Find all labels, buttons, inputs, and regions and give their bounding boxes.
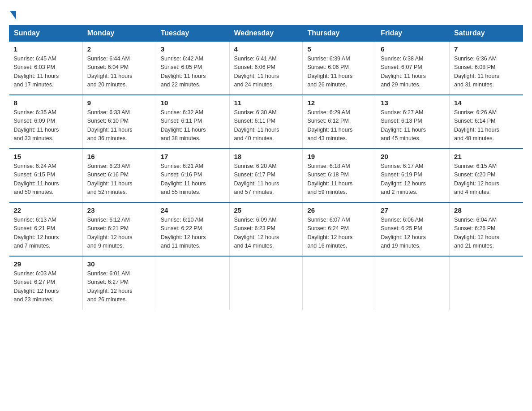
- day-info: Sunrise: 6:03 AMSunset: 6:27 PMDaylight:…: [14, 270, 78, 304]
- calendar-table: SundayMondayTuesdayWednesdayThursdayFrid…: [9, 25, 523, 310]
- day-info: Sunrise: 6:45 AMSunset: 6:03 PMDaylight:…: [14, 55, 78, 90]
- day-number: 8: [14, 99, 78, 107]
- calendar-cell: 12Sunrise: 6:29 AMSunset: 6:12 PMDayligh…: [303, 95, 376, 149]
- calendar-cell: 26Sunrise: 6:07 AMSunset: 6:24 PMDayligh…: [303, 202, 376, 256]
- calendar-cell: 22Sunrise: 6:13 AMSunset: 6:21 PMDayligh…: [9, 202, 83, 256]
- day-info: Sunrise: 6:39 AMSunset: 6:06 PMDaylight:…: [307, 55, 371, 90]
- day-number: 1: [14, 45, 78, 53]
- page-header: [9, 9, 523, 18]
- calendar-cell: 23Sunrise: 6:12 AMSunset: 6:21 PMDayligh…: [82, 202, 156, 256]
- calendar-cell: [376, 256, 450, 310]
- day-info: Sunrise: 6:13 AMSunset: 6:21 PMDaylight:…: [14, 216, 78, 251]
- day-info: Sunrise: 6:23 AMSunset: 6:16 PMDaylight:…: [87, 162, 151, 197]
- col-header-friday: Friday: [376, 26, 450, 42]
- calendar-cell: 1Sunrise: 6:45 AMSunset: 6:03 PMDaylight…: [9, 41, 83, 95]
- day-number: 20: [381, 153, 445, 160]
- day-info: Sunrise: 6:32 AMSunset: 6:11 PMDaylight:…: [161, 108, 225, 143]
- col-header-monday: Monday: [82, 26, 156, 42]
- day-number: 7: [454, 45, 518, 53]
- day-number: 9: [87, 99, 151, 107]
- calendar-cell: [229, 256, 303, 310]
- day-number: 6: [381, 45, 445, 53]
- day-number: 21: [454, 153, 518, 160]
- day-number: 19: [307, 153, 371, 160]
- day-info: Sunrise: 6:07 AMSunset: 6:24 PMDaylight:…: [307, 216, 371, 251]
- calendar-cell: 16Sunrise: 6:23 AMSunset: 6:16 PMDayligh…: [82, 149, 156, 202]
- day-number: 26: [307, 206, 371, 214]
- calendar-week-row: 15Sunrise: 6:24 AMSunset: 6:15 PMDayligh…: [9, 149, 523, 202]
- day-info: Sunrise: 6:24 AMSunset: 6:15 PMDaylight:…: [14, 162, 78, 197]
- day-info: Sunrise: 6:10 AMSunset: 6:22 PMDaylight:…: [161, 216, 225, 251]
- day-number: 25: [234, 206, 298, 214]
- calendar-cell: 24Sunrise: 6:10 AMSunset: 6:22 PMDayligh…: [156, 202, 229, 256]
- calendar-cell: 27Sunrise: 6:06 AMSunset: 6:25 PMDayligh…: [376, 202, 450, 256]
- day-number: 23: [87, 206, 151, 214]
- calendar-cell: 10Sunrise: 6:32 AMSunset: 6:11 PMDayligh…: [156, 95, 229, 149]
- day-info: Sunrise: 6:41 AMSunset: 6:06 PMDaylight:…: [234, 55, 298, 90]
- calendar-week-row: 29Sunrise: 6:03 AMSunset: 6:27 PMDayligh…: [9, 256, 523, 310]
- col-header-tuesday: Tuesday: [156, 26, 229, 42]
- col-header-thursday: Thursday: [303, 26, 376, 42]
- calendar-cell: 19Sunrise: 6:18 AMSunset: 6:18 PMDayligh…: [303, 149, 376, 202]
- day-info: Sunrise: 6:42 AMSunset: 6:05 PMDaylight:…: [161, 55, 225, 90]
- day-info: Sunrise: 6:17 AMSunset: 6:19 PMDaylight:…: [381, 162, 445, 197]
- calendar-cell: 4Sunrise: 6:41 AMSunset: 6:06 PMDaylight…: [229, 41, 303, 95]
- calendar-cell: 14Sunrise: 6:26 AMSunset: 6:14 PMDayligh…: [450, 95, 523, 149]
- calendar-cell: 17Sunrise: 6:21 AMSunset: 6:16 PMDayligh…: [156, 149, 229, 202]
- day-info: Sunrise: 6:33 AMSunset: 6:10 PMDaylight:…: [87, 108, 151, 143]
- day-info: Sunrise: 6:26 AMSunset: 6:14 PMDaylight:…: [454, 108, 518, 143]
- day-number: 27: [381, 206, 445, 214]
- day-info: Sunrise: 6:01 AMSunset: 6:27 PMDaylight:…: [87, 270, 151, 304]
- day-number: 11: [234, 99, 298, 107]
- day-info: Sunrise: 6:20 AMSunset: 6:17 PMDaylight:…: [234, 162, 298, 197]
- day-info: Sunrise: 6:44 AMSunset: 6:04 PMDaylight:…: [87, 55, 151, 90]
- day-info: Sunrise: 6:12 AMSunset: 6:21 PMDaylight:…: [87, 216, 151, 251]
- calendar-cell: 8Sunrise: 6:35 AMSunset: 6:09 PMDaylight…: [9, 95, 83, 149]
- calendar-cell: 18Sunrise: 6:20 AMSunset: 6:17 PMDayligh…: [229, 149, 303, 202]
- day-info: Sunrise: 6:29 AMSunset: 6:12 PMDaylight:…: [307, 108, 371, 143]
- day-info: Sunrise: 6:38 AMSunset: 6:07 PMDaylight:…: [381, 55, 445, 90]
- day-info: Sunrise: 6:09 AMSunset: 6:23 PMDaylight:…: [234, 216, 298, 251]
- calendar-cell: 2Sunrise: 6:44 AMSunset: 6:04 PMDaylight…: [82, 41, 156, 95]
- day-info: Sunrise: 6:27 AMSunset: 6:13 PMDaylight:…: [381, 108, 445, 143]
- day-number: 2: [87, 45, 151, 53]
- calendar-cell: [156, 256, 229, 310]
- calendar-header-row: SundayMondayTuesdayWednesdayThursdayFrid…: [9, 26, 523, 42]
- day-number: 14: [454, 99, 518, 107]
- day-info: Sunrise: 6:06 AMSunset: 6:25 PMDaylight:…: [381, 216, 445, 251]
- day-info: Sunrise: 6:36 AMSunset: 6:08 PMDaylight:…: [454, 55, 518, 90]
- calendar-cell: 25Sunrise: 6:09 AMSunset: 6:23 PMDayligh…: [229, 202, 303, 256]
- day-info: Sunrise: 6:18 AMSunset: 6:18 PMDaylight:…: [307, 162, 371, 197]
- calendar-cell: [450, 256, 523, 310]
- day-number: 18: [234, 153, 298, 160]
- day-number: 30: [87, 260, 151, 268]
- col-header-saturday: Saturday: [450, 26, 523, 42]
- calendar-cell: 7Sunrise: 6:36 AMSunset: 6:08 PMDaylight…: [450, 41, 523, 95]
- day-number: 5: [307, 45, 371, 53]
- calendar-cell: 30Sunrise: 6:01 AMSunset: 6:27 PMDayligh…: [82, 256, 156, 310]
- day-number: 29: [14, 260, 78, 268]
- day-number: 17: [161, 153, 225, 160]
- day-number: 16: [87, 153, 151, 160]
- calendar-cell: 29Sunrise: 6:03 AMSunset: 6:27 PMDayligh…: [9, 256, 83, 310]
- calendar-cell: 13Sunrise: 6:27 AMSunset: 6:13 PMDayligh…: [376, 95, 450, 149]
- day-number: 10: [161, 99, 225, 107]
- calendar-cell: 15Sunrise: 6:24 AMSunset: 6:15 PMDayligh…: [9, 149, 83, 202]
- day-info: Sunrise: 6:04 AMSunset: 6:26 PMDaylight:…: [454, 216, 518, 251]
- calendar-week-row: 8Sunrise: 6:35 AMSunset: 6:09 PMDaylight…: [9, 95, 523, 149]
- day-number: 28: [454, 206, 518, 214]
- col-header-sunday: Sunday: [9, 26, 83, 42]
- day-number: 12: [307, 99, 371, 107]
- logo-triangle-icon: [10, 11, 16, 20]
- day-number: 4: [234, 45, 298, 53]
- calendar-week-row: 22Sunrise: 6:13 AMSunset: 6:21 PMDayligh…: [9, 202, 523, 256]
- calendar-cell: 21Sunrise: 6:15 AMSunset: 6:20 PMDayligh…: [450, 149, 523, 202]
- calendar-cell: 9Sunrise: 6:33 AMSunset: 6:10 PMDaylight…: [82, 95, 156, 149]
- calendar-cell: [303, 256, 376, 310]
- calendar-cell: 3Sunrise: 6:42 AMSunset: 6:05 PMDaylight…: [156, 41, 229, 95]
- day-number: 13: [381, 99, 445, 107]
- calendar-cell: 20Sunrise: 6:17 AMSunset: 6:19 PMDayligh…: [376, 149, 450, 202]
- day-info: Sunrise: 6:21 AMSunset: 6:16 PMDaylight:…: [161, 162, 225, 197]
- day-info: Sunrise: 6:35 AMSunset: 6:09 PMDaylight:…: [14, 108, 78, 143]
- day-info: Sunrise: 6:15 AMSunset: 6:20 PMDaylight:…: [454, 162, 518, 197]
